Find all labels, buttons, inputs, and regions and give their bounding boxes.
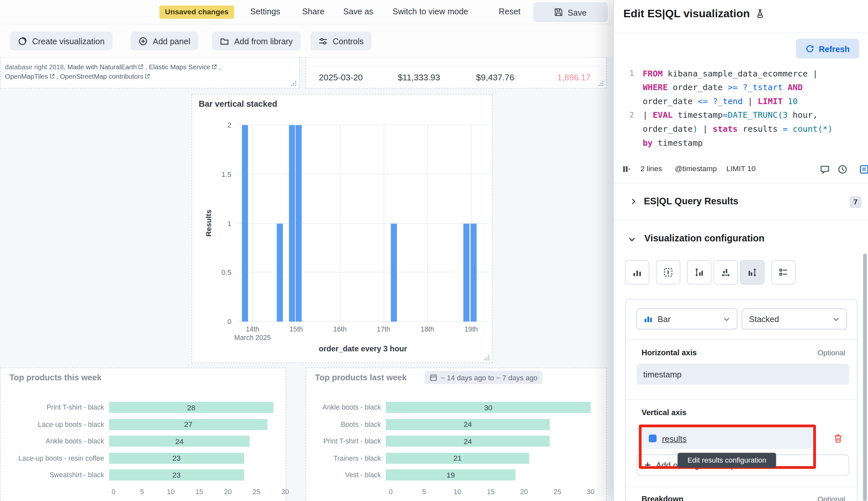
controls-sliders-icon bbox=[318, 36, 328, 45]
breakdown-label: Breakdown bbox=[642, 494, 683, 501]
save-icon bbox=[554, 8, 563, 17]
divider bbox=[614, 33, 868, 33]
editor-limit: LIMIT 10 bbox=[726, 164, 756, 173]
chevron-right-icon bbox=[630, 198, 637, 205]
refresh-label: Refresh bbox=[819, 44, 850, 53]
refresh-button[interactable]: Refresh bbox=[796, 39, 859, 58]
save-button[interactable]: Save bbox=[533, 2, 608, 22]
left-axis-button[interactable] bbox=[687, 260, 711, 285]
chart-bars-icon bbox=[632, 267, 642, 277]
menu-item-switch-to-view-mode[interactable]: Switch to view mode bbox=[392, 7, 468, 16]
map-attribution: database right 2018, Made with NaturalEa… bbox=[5, 63, 221, 81]
chart-row: Ankle boots - black24 bbox=[1, 433, 286, 450]
chart-options-button[interactable] bbox=[625, 260, 650, 285]
x-axis-title: order_date every 3 hour bbox=[237, 344, 489, 353]
bar-chart-yaxis: 00.511.52 bbox=[208, 125, 234, 322]
vertical-axis-field[interactable]: results bbox=[642, 428, 813, 449]
bottom-axis-button[interactable] bbox=[714, 260, 738, 285]
controls-label: Controls bbox=[333, 36, 364, 45]
chart-bar[interactable]: 21 bbox=[386, 452, 529, 463]
top-products-this-week-panel[interactable]: Top products this week Print T-shirt - b… bbox=[0, 367, 286, 501]
breakdown-optional: Optional bbox=[817, 495, 846, 501]
chart-bar[interactable]: 28 bbox=[109, 402, 273, 413]
lens-icon bbox=[18, 36, 27, 45]
chart-bar[interactable] bbox=[463, 224, 469, 322]
create-visualization-label: Create visualization bbox=[32, 36, 105, 45]
openstreetmap-link[interactable]: OpenStreetMap contributors bbox=[60, 73, 143, 81]
panel-title[interactable]: Bar vertical stacked bbox=[199, 99, 277, 109]
menu-item-settings[interactable]: Settings bbox=[250, 7, 280, 16]
horizontal-axis-label: Horizontal axis bbox=[642, 348, 697, 357]
flyout-scrollbar-thumb[interactable] bbox=[863, 254, 867, 501]
openmaptiles-link[interactable]: OpenMapTiles bbox=[5, 73, 48, 81]
esql-query-results-accordion[interactable]: ES|QL Query Results 7 bbox=[614, 183, 868, 221]
panel-title[interactable]: Top products last week bbox=[315, 373, 407, 382]
esql-editor[interactable]: 1FROM kibana_sample_data_ecommerce |WHER… bbox=[620, 66, 865, 149]
panel-title[interactable]: Top products this week bbox=[9, 373, 101, 382]
chart-type-select[interactable]: Bar bbox=[637, 308, 738, 330]
time-range-badge[interactable]: ~ 14 days ago to ~ 7 days ago bbox=[425, 371, 542, 384]
legend-button[interactable] bbox=[771, 260, 795, 285]
chart-bar[interactable]: 23 bbox=[109, 452, 244, 463]
bar-vertical-stacked-panel[interactable]: Bar vertical stacked Results 00.511.52 1… bbox=[192, 94, 493, 363]
resize-handle[interactable] bbox=[484, 355, 490, 361]
bar-chart-xaxis: 14thMarch 202515th16th17th18th19th bbox=[237, 325, 489, 345]
category-label: Lace-up boots - resin coffee bbox=[1, 455, 109, 462]
controls-button[interactable]: Controls bbox=[311, 32, 372, 51]
hbar-rows: Ankle boots - black30Boots - black24Prin… bbox=[306, 399, 606, 483]
top-products-last-week-panel[interactable]: Top products last week ~ 14 days ago to … bbox=[306, 367, 607, 501]
tech-preview-beaker-icon bbox=[755, 9, 765, 19]
chart-row: Boots - black24 bbox=[306, 416, 606, 433]
tooltip-text: Edit results configuration bbox=[687, 456, 766, 465]
chart-bar[interactable]: 24 bbox=[386, 436, 550, 447]
map-panel[interactable]: database right 2018, Made with NaturalEa… bbox=[0, 57, 300, 88]
left-axis-icon bbox=[694, 267, 704, 277]
chart-bar[interactable]: 30 bbox=[386, 402, 591, 413]
add-panel-button[interactable]: Add panel bbox=[131, 32, 198, 51]
value-label: 24 bbox=[464, 420, 472, 429]
resize-handle[interactable] bbox=[290, 81, 297, 86]
chart-bar[interactable] bbox=[391, 224, 397, 322]
chevron-down-icon[interactable] bbox=[628, 235, 636, 244]
chart-bar[interactable]: 23 bbox=[109, 469, 244, 480]
menu-item-save-as[interactable]: Save as bbox=[343, 7, 373, 16]
esql-code-lines: 1FROM kibana_sample_data_ecommerce |WHER… bbox=[620, 66, 865, 149]
docs-icon[interactable] bbox=[859, 164, 868, 174]
category-label: Boots - black bbox=[306, 420, 386, 428]
right-axis-button[interactable] bbox=[740, 260, 764, 285]
menu-item-share[interactable]: Share bbox=[302, 7, 324, 16]
value-label: 23 bbox=[172, 471, 181, 480]
resize-handle[interactable] bbox=[598, 81, 604, 86]
chart-bar[interactable] bbox=[471, 224, 477, 322]
chart-bar[interactable]: 19 bbox=[386, 469, 516, 480]
chart-bar[interactable]: 24 bbox=[109, 436, 250, 447]
hbar-axis: 051015202530 bbox=[114, 488, 285, 497]
chart-bar[interactable] bbox=[277, 224, 283, 322]
stack-mode-select[interactable]: Stacked bbox=[742, 308, 847, 330]
top-navigation: Unsaved changes Settings Share Save as S… bbox=[0, 0, 613, 24]
naturalearth-link[interactable]: Made with NaturalEarth bbox=[67, 63, 137, 71]
table-panel[interactable]: 2025-03-20 $11,333.93 $9,437.76 1,896.17 bbox=[306, 57, 607, 88]
feedback-comment-icon[interactable] bbox=[820, 164, 830, 174]
query-history-icon[interactable] bbox=[837, 164, 847, 174]
create-visualization-button[interactable]: Create visualization bbox=[10, 32, 112, 51]
horizontal-axis-field[interactable]: timestamp bbox=[637, 364, 849, 385]
delete-field-trash-icon[interactable] bbox=[833, 433, 844, 444]
vertical-axis-label: Vertical axis bbox=[642, 408, 686, 417]
folder-icon bbox=[220, 36, 229, 45]
menu-item-reset[interactable]: Reset bbox=[499, 7, 521, 16]
divider bbox=[625, 339, 857, 340]
flyout-title: Edit ES|QL visualization bbox=[623, 7, 765, 20]
visualization-configuration-accordion[interactable]: Visualization configuration bbox=[644, 233, 764, 244]
chart-bar[interactable] bbox=[296, 125, 302, 322]
chart-bar[interactable]: 24 bbox=[386, 419, 550, 430]
chart-bar[interactable] bbox=[289, 125, 295, 322]
add-from-library-button[interactable]: Add from library bbox=[212, 32, 301, 51]
chart-bar[interactable]: 27 bbox=[109, 419, 267, 430]
value-labels-button[interactable] bbox=[656, 260, 680, 285]
edit-results-tooltip: Edit results configuration bbox=[678, 453, 776, 468]
category-label: Sweatshirt - black bbox=[1, 471, 109, 479]
table-cell-value-3: 1,896.17 bbox=[529, 73, 591, 83]
elastic-maps-service-link[interactable]: Elastic Maps Service bbox=[149, 63, 211, 71]
chart-bar[interactable] bbox=[242, 125, 248, 322]
